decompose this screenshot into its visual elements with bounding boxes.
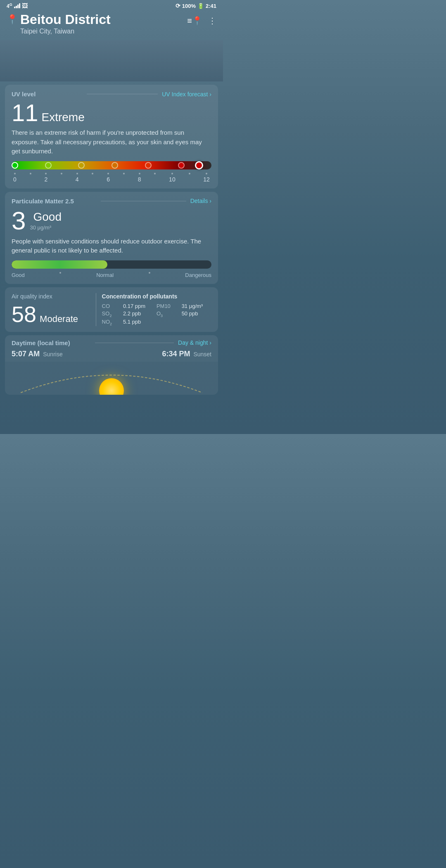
background-sky	[0, 40, 223, 81]
uv-scale-12: 12	[203, 173, 210, 183]
poll-so2-name: SO2	[102, 310, 121, 318]
sunrise-label: Sunrise	[43, 351, 62, 358]
uv-value-row: 11 Extreme	[12, 101, 211, 125]
uv-divider-line	[87, 94, 158, 94]
daytime-section-title: Daytime (local time)	[12, 339, 91, 346]
poll-co-val: 0.17 ppm	[123, 303, 154, 309]
menu-icon[interactable]: ⋮	[208, 16, 216, 26]
network-type: 4G	[7, 2, 12, 9]
uv-forecast-link[interactable]: UV Index forecast	[162, 91, 211, 98]
pm-section: Particulate Matter 2.5 Details 3 Good 30…	[5, 192, 218, 284]
poll-so2-val: 2.2 ppb	[123, 310, 154, 318]
pm-divider-line	[101, 201, 186, 201]
status-right: ⟳ 100% 🔋 2:41	[176, 2, 216, 9]
pollutants-title: Concentration of pollutants	[102, 293, 211, 300]
pollutants-grid: CO 0.17 ppm PM10 31 μg/m³ SO2 2.2 ppb O3…	[102, 303, 211, 326]
uv-scale-labels: 0 2 4 6 8 10 12	[12, 173, 211, 183]
daytime-header: Daytime (local time) Day & night	[12, 339, 211, 346]
location-pin-icon: 📍	[7, 14, 18, 25]
uv-scale-dot4	[123, 173, 125, 183]
location-list-icon[interactable]: ≡📍	[187, 16, 202, 26]
city-name: Beitou District	[20, 12, 111, 27]
poll-o3-val: 50 ppb	[182, 310, 211, 318]
location-info: 📍 Beitou District Taipei City, Taiwan	[7, 12, 111, 35]
sunset-info: 6:34 PM Sunset	[162, 350, 211, 358]
uv-scale-dot1	[30, 173, 31, 183]
header-actions: ≡📍 ⋮	[187, 16, 216, 26]
rotate-icon: ⟳	[176, 2, 180, 9]
pm-scale-labels: Good Normal Dangerous	[12, 272, 211, 278]
pm-details-link[interactable]: Details	[190, 198, 211, 204]
pm-value: 3	[12, 208, 26, 234]
battery-icon: 🔋	[197, 3, 204, 9]
aq-label: Moderate	[40, 314, 78, 324]
battery-percent: 100%	[182, 3, 196, 9]
pm-value-row: 3 Good 30 μg/m³	[12, 208, 211, 234]
uv-scale-8: 8	[138, 173, 141, 183]
pm-label: Good	[33, 210, 62, 223]
image-icon: 🖼	[22, 2, 28, 9]
uv-scale-6: 6	[107, 173, 110, 183]
pm-label-normal: Normal	[96, 272, 114, 278]
pm-section-header: Particulate Matter 2.5 Details	[12, 198, 211, 205]
uv-marker-6	[112, 162, 118, 169]
aq-value-row: 58 Moderate	[12, 303, 90, 325]
pm-unit: 30 μg/m³	[30, 224, 62, 231]
sunrise-info: 5:07 AM Sunrise	[12, 350, 63, 358]
pm-description: People with sensitive conditions should …	[12, 237, 211, 255]
uv-marker-2	[45, 162, 52, 169]
header: 📍 Beitou District Taipei City, Taiwan ≡📍…	[0, 11, 223, 40]
aq-left-title: Air quality index	[12, 293, 90, 300]
uv-scale-dot6	[189, 173, 190, 183]
pm-dot-sep-1	[59, 272, 61, 274]
sun-arc-area	[5, 362, 218, 395]
signal-icon	[14, 3, 20, 8]
status-left: 4G 🖼	[7, 2, 28, 9]
uv-section-header: UV level UV Index forecast	[12, 91, 211, 98]
poll-no2-name: NO2	[102, 319, 121, 326]
uv-marker-0	[12, 162, 18, 169]
uv-value: 11	[12, 101, 38, 125]
aq-right: Concentration of pollutants CO 0.17 ppm …	[96, 293, 211, 326]
uv-scale-dot3	[92, 173, 93, 183]
uv-marker-8	[145, 162, 152, 169]
sunset-label: Sunset	[193, 351, 211, 358]
status-bar: 4G 🖼 ⟳ 100% 🔋 2:41	[0, 0, 223, 11]
uv-scale-dot5	[154, 173, 156, 183]
uv-scale-dot2	[61, 173, 62, 183]
pm-slider-track	[12, 260, 211, 269]
sunrise-time: 5:07 AM	[12, 350, 40, 358]
daytime-divider-line	[95, 343, 174, 343]
uv-scale-0: 0	[13, 173, 17, 183]
uv-current-marker	[195, 161, 203, 169]
daytime-section: Daytime (local time) Day & night 5:07 AM…	[5, 335, 218, 362]
daytime-times: 5:07 AM Sunrise 6:34 PM Sunset	[12, 350, 211, 358]
uv-marker-4	[78, 162, 85, 169]
uv-label: Extreme	[42, 111, 85, 124]
pm-label-dangerous: Dangerous	[185, 272, 211, 278]
uv-slider-track	[12, 161, 211, 169]
pm-label-good: Good	[12, 272, 25, 278]
poll-co-name: CO	[102, 303, 121, 309]
clock: 2:41	[206, 3, 216, 9]
poll-o3-name: O3	[157, 310, 179, 318]
poll-pm10-name: PM10	[157, 303, 179, 309]
poll-no2-val: 5.1 ppb	[123, 319, 154, 326]
uv-scale-4: 4	[76, 173, 79, 183]
poll-pm10-val: 31 μg/m³	[182, 303, 211, 309]
air-quality-section: Air quality index 58 Moderate Concentrat…	[5, 287, 218, 332]
aq-left: Air quality index 58 Moderate	[12, 293, 96, 326]
uv-scale-2: 2	[44, 173, 47, 183]
uv-section: UV level UV Index forecast 11 Extreme Th…	[5, 85, 218, 188]
sunset-time: 6:34 PM	[162, 350, 190, 358]
pm-dot-sep-2	[149, 272, 150, 274]
country-name: Taipei City, Taiwan	[20, 28, 111, 35]
pm-section-title: Particulate Matter 2.5	[12, 198, 97, 205]
pm-slider-fill	[12, 260, 107, 269]
daynight-link[interactable]: Day & night	[178, 339, 211, 346]
aq-value: 58	[12, 303, 36, 325]
aq-row: Air quality index 58 Moderate Concentrat…	[12, 293, 211, 326]
uv-section-title: UV level	[12, 91, 83, 98]
uv-marker-10	[178, 162, 185, 169]
uv-scale-10: 10	[169, 173, 176, 183]
